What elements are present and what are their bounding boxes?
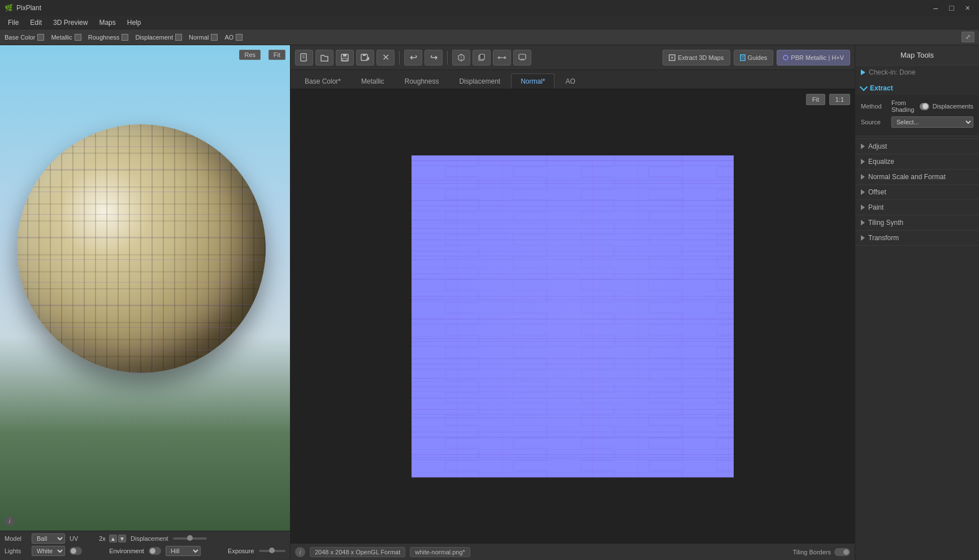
guides-btn-label: Guides [748,54,768,61]
main-layout: Res Fit i Model Ball Plane Box UV 2x [0,45,979,560]
channel-displacement-checkbox[interactable] [175,34,182,41]
channel-metallic-checkbox[interactable] [75,34,81,41]
equalize-label: Equalize [868,158,894,166]
open-button[interactable] [315,50,333,66]
environment-label: Environment [109,548,144,554]
pbr-btn-label: PBR Metallic | H+V [791,54,844,61]
extract-label: Extract [870,84,893,92]
menu-help[interactable]: Help [122,16,147,29]
exposure-slider[interactable] [259,550,285,552]
menu-bar: File Edit 3D Preview Maps Help [0,16,979,29]
menu-edit[interactable]: Edit [24,16,47,29]
menu-file[interactable]: File [2,16,24,29]
extract-3d-maps-button[interactable]: Extract 3D Maps [662,50,730,66]
pbr-button[interactable]: PBR Metallic | H+V [777,50,850,66]
extract-arrow [860,83,868,91]
svg-rect-14 [740,55,745,60]
channel-roughness: Roughness [88,34,129,41]
tab-normal[interactable]: Normal* [511,73,555,89]
copy-button[interactable] [473,50,491,66]
lights-label: Lights [5,548,27,554]
map-oneone-button[interactable]: 1:1 [829,94,850,105]
lights-control-row: Lights White Warm Cool Environment Hill … [5,546,285,556]
close-document-button[interactable]: ✕ [376,50,395,66]
channel-ao-label: AO [224,34,233,41]
method-toggle[interactable] [920,103,929,110]
channel-base-color-checkbox[interactable] [37,34,44,41]
environment-select[interactable]: Hill Studio [166,546,201,556]
toolbar-separator-2 [447,51,448,64]
displacements-label: Displacements [933,103,973,110]
normal-brick-overlay [411,155,734,477]
flip-button[interactable] [452,50,470,66]
transform-section[interactable]: Transform [855,231,979,246]
tiling-synth-section[interactable]: Tiling Synth [855,215,979,231]
uv-down-btn[interactable]: ▼ [118,535,126,542]
menu-3d-preview[interactable]: 3D Preview [47,16,93,29]
tab-ao[interactable]: AO [556,73,584,89]
channel-normal-checkbox[interactable] [211,34,218,41]
normal-map-image [411,155,734,477]
3d-sphere [17,124,266,373]
adjust-section[interactable]: Adjust [855,139,979,154]
swap-button[interactable] [493,50,511,66]
guides-button[interactable]: Guides [734,50,774,66]
map-info-icon[interactable]: i [295,547,305,557]
uv-stepper: 2x ▲ ▼ [97,535,126,542]
maximize-button[interactable]: □ [945,3,958,13]
equalize-arrow [861,159,865,164]
tiling-toggle[interactable] [834,548,850,556]
sphere-container [11,62,271,435]
menu-maps[interactable]: Maps [93,16,121,29]
close-button[interactable]: × [961,3,974,13]
normal-scale-format-section[interactable]: Normal Scale and Format [855,170,979,185]
3d-viewport[interactable]: Res Fit i [0,45,290,531]
resize-button[interactable]: ⤢ [961,32,974,42]
channel-base-color: Base Color [5,34,44,41]
extract-header[interactable]: Extract [855,81,979,95]
map-canvas[interactable]: Fit 1:1 [291,89,855,543]
channel-metallic-label: Metallic [51,34,72,41]
uv-up-btn[interactable]: ▲ [109,535,117,542]
tab-displacement[interactable]: Displacement [449,73,510,89]
window-controls[interactable]: – □ × [929,3,974,13]
res-button[interactable]: Res [239,50,261,60]
extract-section: Extract Method From Shading Displacement… [855,79,979,139]
map-fit-button[interactable]: Fit [806,94,825,105]
equalize-section[interactable]: Equalize [855,154,979,170]
offset-section[interactable]: Offset [855,185,979,200]
save-button[interactable] [336,50,354,66]
minimize-button[interactable]: – [929,3,943,13]
tiling-row: Tiling Borders [793,548,850,556]
channel-displacement-label: Displacement [135,34,173,41]
source-select[interactable]: Select... [891,116,973,128]
lights-select[interactable]: White Warm Cool [32,546,65,556]
source-label: Source [861,119,888,125]
lights-toggle[interactable] [70,547,82,555]
tab-base-color[interactable]: Base Color* [295,73,350,89]
save-as-button[interactable] [356,50,374,66]
viewport-info-icon[interactable]: i [5,516,15,526]
tiling-label: Tiling Borders [793,549,831,555]
comment-button[interactable] [513,50,531,66]
transform-arrow [861,235,865,241]
redo-button[interactable]: ↪ [424,50,443,66]
displacement-slider[interactable] [173,537,207,540]
displacement-thumb [187,535,193,541]
svg-point-17 [783,55,788,60]
environment-toggle[interactable] [149,547,161,555]
adjust-label: Adjust [868,142,887,150]
checkin-row: Check-in: Done [855,66,979,79]
undo-button[interactable]: ↩ [404,50,422,66]
channel-ao-checkbox[interactable] [236,34,242,41]
tab-bar: Base Color* Metallic Roughness Displacem… [291,70,855,89]
channel-base-color-label: Base Color [5,34,35,41]
fit-button[interactable]: Fit [268,50,285,60]
tab-metallic[interactable]: Metallic [352,73,394,89]
model-select[interactable]: Ball Plane Box [32,533,65,544]
paint-section[interactable]: Paint [855,200,979,215]
map-filename: white-normal.png* [410,547,470,557]
tab-roughness[interactable]: Roughness [395,73,449,89]
channel-roughness-checkbox[interactable] [122,34,128,41]
new-button[interactable] [295,50,313,66]
